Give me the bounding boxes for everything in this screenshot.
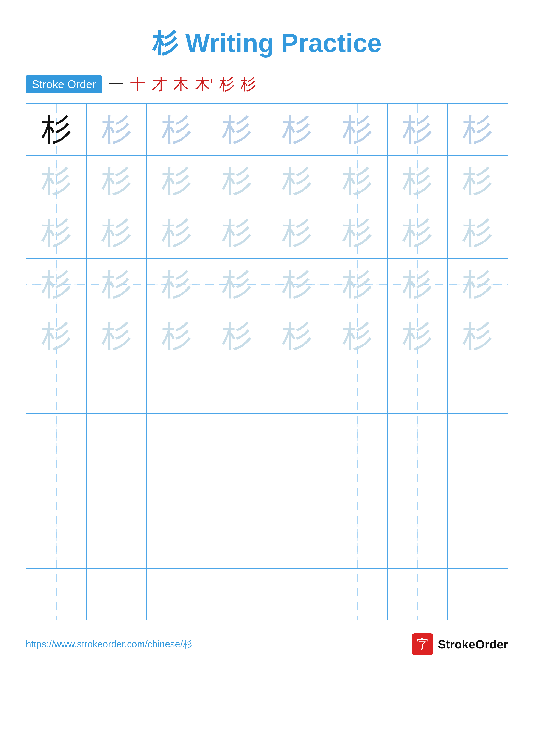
grid-cell: 杉 — [87, 207, 146, 258]
practice-char: 杉 — [282, 321, 312, 351]
grid-cell: 杉 — [87, 310, 146, 362]
grid-cell: 杉 — [327, 155, 387, 207]
practice-char: 杉 — [101, 269, 132, 300]
grid-cell-empty[interactable] — [147, 465, 207, 517]
grid-cell: 杉 — [207, 207, 267, 258]
practice-char: 杉 — [402, 166, 433, 196]
practice-char: 杉 — [101, 218, 132, 248]
grid-cell-empty[interactable] — [327, 568, 387, 620]
grid-cell-empty[interactable] — [147, 414, 207, 465]
grid-cell-empty[interactable] — [147, 362, 207, 414]
grid-cell-empty[interactable] — [147, 517, 207, 569]
practice-char: 杉 — [101, 321, 132, 351]
practice-char: 杉 — [41, 166, 71, 196]
grid-cell: 杉 — [447, 310, 508, 362]
practice-char: 杉 — [162, 269, 192, 300]
grid-cell: 杉 — [207, 310, 267, 362]
grid-cell: 杉 — [267, 258, 327, 310]
grid-cell-empty[interactable] — [267, 568, 327, 620]
grid-cell-empty[interactable] — [26, 568, 87, 620]
grid-cell-empty[interactable] — [387, 568, 447, 620]
stroke-seq-4: 木 — [173, 74, 189, 94]
grid-cell-empty[interactable] — [327, 517, 387, 569]
grid-cell-empty[interactable] — [387, 465, 447, 517]
grid-cell-empty[interactable] — [387, 517, 447, 569]
practice-char: 杉 — [41, 115, 71, 145]
practice-char: 杉 — [463, 115, 493, 145]
grid-cell-empty[interactable] — [207, 568, 267, 620]
grid-cell-empty[interactable] — [207, 362, 267, 414]
practice-char: 杉 — [342, 321, 372, 351]
stroke-order-badge: Stroke Order — [26, 75, 102, 93]
grid-cell: 杉 — [447, 155, 508, 207]
grid-cell-empty[interactable] — [447, 568, 508, 620]
grid-cell-empty[interactable] — [447, 465, 508, 517]
grid-cell-empty[interactable] — [327, 414, 387, 465]
grid-cell: 杉 — [147, 310, 207, 362]
grid-cell: 杉 — [207, 104, 267, 155]
practice-char: 杉 — [342, 269, 372, 300]
grid-cell: 杉 — [267, 155, 327, 207]
practice-char: 杉 — [282, 269, 312, 300]
practice-char: 杉 — [222, 166, 252, 196]
practice-char: 杉 — [402, 321, 433, 351]
grid-cell-empty[interactable] — [207, 414, 267, 465]
grid-cell: 杉 — [267, 207, 327, 258]
stroke-seq-6: 杉 — [219, 74, 235, 94]
grid-cell-empty[interactable] — [26, 362, 87, 414]
practice-char: 杉 — [342, 166, 372, 196]
grid-cell: 杉 — [327, 258, 387, 310]
practice-char: 杉 — [342, 115, 372, 145]
grid-cell-empty[interactable] — [267, 465, 327, 517]
practice-char: 杉 — [41, 321, 71, 351]
grid-cell-empty[interactable] — [87, 517, 146, 569]
grid-cell-empty[interactable] — [447, 362, 508, 414]
grid-cell-empty[interactable] — [327, 362, 387, 414]
grid-cell: 杉 — [327, 310, 387, 362]
grid-cell: 杉 — [26, 258, 87, 310]
grid-cell-empty[interactable] — [87, 465, 146, 517]
practice-char: 杉 — [402, 218, 433, 248]
grid-cell-empty[interactable] — [26, 414, 87, 465]
grid-cell-empty[interactable] — [26, 517, 87, 569]
grid-cell-empty[interactable] — [87, 568, 146, 620]
grid-cell: 杉 — [147, 104, 207, 155]
grid-cell-empty[interactable] — [447, 414, 508, 465]
practice-char: 杉 — [282, 218, 312, 248]
grid-cell-empty[interactable] — [207, 517, 267, 569]
grid-cell-empty[interactable] — [26, 465, 87, 517]
grid-cell-empty[interactable] — [147, 568, 207, 620]
practice-char: 杉 — [222, 218, 252, 248]
grid-cell: 杉 — [327, 104, 387, 155]
grid-cell: 杉 — [147, 207, 207, 258]
grid-cell-empty[interactable] — [327, 465, 387, 517]
grid-cell: 杉 — [26, 310, 87, 362]
footer: https://www.strokeorder.com/chinese/杉 字 … — [26, 634, 508, 655]
grid-cell: 杉 — [387, 258, 447, 310]
grid-cell: 杉 — [267, 310, 327, 362]
grid-cell-empty[interactable] — [267, 517, 327, 569]
practice-char: 杉 — [162, 321, 192, 351]
grid-cell-empty[interactable] — [267, 414, 327, 465]
grid-cell: 杉 — [387, 207, 447, 258]
practice-char: 杉 — [463, 166, 493, 196]
stroke-seq-3: 才 — [152, 74, 167, 94]
grid-cell-empty[interactable] — [447, 517, 508, 569]
brand-icon: 字 — [412, 634, 433, 655]
grid-cell: 杉 — [327, 207, 387, 258]
grid-cell-empty[interactable] — [387, 362, 447, 414]
grid-cell-empty[interactable] — [87, 414, 146, 465]
grid-cell-empty[interactable] — [87, 362, 146, 414]
grid-cell: 杉 — [387, 155, 447, 207]
grid-cell: 杉 — [87, 104, 146, 155]
practice-char: 杉 — [402, 269, 433, 300]
grid-cell-empty[interactable] — [267, 362, 327, 414]
practice-char: 杉 — [402, 115, 433, 145]
grid-cell: 杉 — [87, 258, 146, 310]
grid-cell-empty[interactable] — [387, 414, 447, 465]
grid-cell: 杉 — [207, 258, 267, 310]
practice-char: 杉 — [222, 115, 252, 145]
grid-cell-empty[interactable] — [207, 465, 267, 517]
stroke-seq-7: 杉 — [241, 74, 256, 94]
grid-cell: 杉 — [87, 155, 146, 207]
